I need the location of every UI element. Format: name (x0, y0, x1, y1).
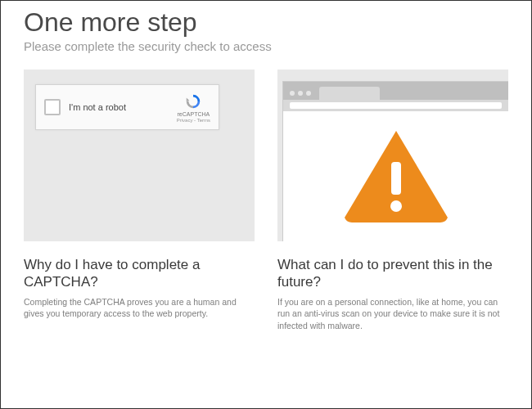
info-title: Why do I have to complete a CAPTCHA? (24, 256, 255, 291)
recaptcha-widget: I'm not a robot reCAPTCHA Privacy - Term… (35, 84, 219, 130)
info-title: What can I do to prevent this in the fut… (277, 256, 508, 291)
illustration-panel (277, 70, 508, 241)
recaptcha-label: I'm not a robot (69, 102, 177, 112)
warning-triangle-icon (343, 131, 449, 222)
info-prevent-future: What can I do to prevent this in the fut… (277, 256, 508, 332)
svg-point-2 (390, 200, 402, 212)
page-subtitle: Please complete the security check to ac… (24, 39, 508, 53)
browser-mock (282, 81, 508, 241)
address-bar (290, 102, 502, 109)
captcha-panel: I'm not a robot reCAPTCHA Privacy - Term… (24, 70, 255, 241)
recaptcha-brand: reCAPTCHA Privacy - Terms (177, 92, 210, 123)
svg-marker-0 (187, 97, 190, 101)
browser-toolbar (283, 100, 508, 111)
browser-tab (319, 87, 380, 100)
info-body: If you are on a personal connection, lik… (277, 296, 508, 332)
info-why-captcha: Why do I have to complete a CAPTCHA? Com… (24, 256, 255, 332)
browser-titlebar (283, 82, 508, 100)
window-dots-icon (283, 91, 311, 100)
page-title: One more step (24, 7, 508, 38)
svg-rect-1 (391, 162, 401, 195)
recaptcha-checkbox[interactable] (44, 99, 61, 115)
recaptcha-terms-link[interactable]: Privacy - Terms (177, 118, 210, 123)
recaptcha-brand-name: reCAPTCHA (178, 111, 210, 117)
info-body: Completing the CAPTCHA proves you are a … (24, 296, 255, 320)
recaptcha-logo-icon (184, 92, 202, 110)
